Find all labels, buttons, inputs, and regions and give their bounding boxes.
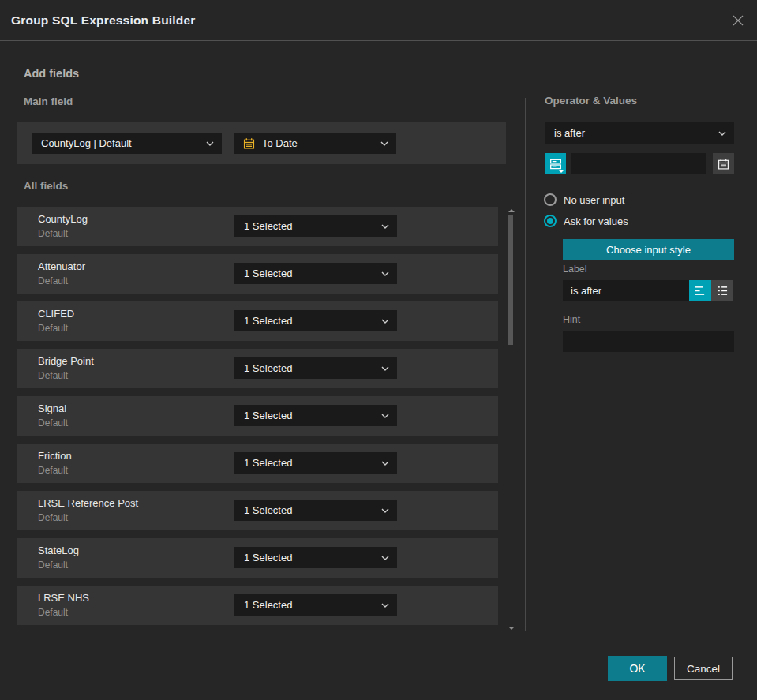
- field-values-select[interactable]: 1 Selected: [234, 452, 397, 474]
- field-values-select[interactable]: 1 Selected: [234, 263, 397, 284]
- dialog-title: Group SQL Expression Builder: [11, 0, 196, 41]
- main-field-type-select[interactable]: To Date: [234, 133, 396, 154]
- label-field-label: Label: [563, 264, 587, 275]
- hint-input[interactable]: [563, 331, 734, 352]
- single-value-input-icon[interactable]: [689, 280, 711, 301]
- field-name: CountyLog: [38, 213, 88, 225]
- calendar-icon: [243, 137, 255, 150]
- field-name: Friction: [38, 450, 72, 462]
- field-name: CLIFED: [38, 308, 74, 320]
- all-fields-label: All fields: [24, 180, 68, 192]
- field-row: Signal Default 1 Selected: [17, 396, 498, 436]
- group-sql-expression-builder-dialog: Group SQL Expression Builder Add fields …: [0, 0, 757, 700]
- hint-field-label: Hint: [563, 314, 580, 325]
- field-name: Signal: [38, 402, 66, 414]
- field-values-select[interactable]: 1 Selected: [234, 500, 397, 521]
- chevron-down-icon: [381, 414, 389, 418]
- field-row: LRSE Reference Post Default 1 Selected: [17, 491, 498, 530]
- chevron-down-icon: [381, 508, 389, 513]
- operator-select-value: is after: [554, 127, 712, 139]
- field-row: CountyLog Default 1 Selected: [17, 207, 498, 246]
- field-subtitle: Default: [38, 370, 68, 381]
- field-values-select[interactable]: 1 Selected: [234, 547, 397, 568]
- field-name: StateLog: [38, 545, 79, 556]
- field-name: LRSE NHS: [38, 592, 89, 604]
- chevron-down-icon: [206, 141, 214, 146]
- field-row: StateLog Default 1 Selected: [17, 538, 498, 578]
- field-name: Attenuator: [38, 260, 85, 272]
- radio-circle-selected-icon: [544, 215, 557, 227]
- chevron-down-icon: [381, 319, 389, 324]
- list-scrollbar[interactable]: [505, 208, 516, 631]
- field-subtitle: Default: [38, 512, 68, 523]
- cancel-button[interactable]: Cancel: [674, 657, 733, 680]
- radio-circle-icon: [544, 193, 557, 206]
- chevron-down-icon: [381, 366, 389, 371]
- ok-button[interactable]: OK: [608, 656, 667, 681]
- radio-ask-for-values[interactable]: Ask for values: [544, 215, 628, 227]
- chevron-down-icon: [381, 603, 389, 608]
- chevron-down-icon: [381, 271, 389, 276]
- main-field-select[interactable]: CountyLog | Default: [32, 133, 222, 154]
- dialog-header: Group SQL Expression Builder: [0, 0, 757, 41]
- list-values-icon[interactable]: [711, 280, 733, 301]
- field-values-select[interactable]: 1 Selected: [234, 405, 397, 426]
- field-values-select[interactable]: 1 Selected: [234, 310, 397, 331]
- chevron-down-icon: [381, 461, 389, 466]
- field-subtitle: Default: [38, 323, 68, 334]
- field-select-value: 1 Selected: [244, 268, 375, 279]
- field-values-select[interactable]: 1 Selected: [234, 357, 397, 379]
- scroll-up-arrow-icon[interactable]: [508, 209, 515, 212]
- field-values-select[interactable]: 1 Selected: [234, 594, 397, 616]
- field-select-value: 1 Selected: [244, 552, 375, 563]
- radio-no-user-input-label: No user input: [564, 194, 624, 206]
- field-select-value: 1 Selected: [244, 220, 375, 232]
- add-fields-heading: Add fields: [24, 67, 79, 80]
- main-field-panel: CountyLog | Default To Date: [17, 122, 506, 164]
- field-row: CLIFED Default 1 Selected: [17, 301, 498, 341]
- input-type-stack-icon[interactable]: [545, 153, 566, 174]
- radio-ask-for-values-label: Ask for values: [564, 215, 628, 227]
- chevron-down-icon: [380, 141, 388, 146]
- field-row: Friction Default 1 Selected: [17, 444, 498, 483]
- chevron-down-icon: [559, 170, 564, 173]
- field-select-value: 1 Selected: [244, 504, 375, 516]
- field-subtitle: Default: [38, 417, 68, 429]
- field-select-value: 1 Selected: [244, 315, 375, 327]
- choose-input-style-button[interactable]: Choose input style: [563, 239, 734, 260]
- field-row: LRSE NHS Default 1 Selected: [17, 586, 498, 625]
- all-fields-list: CountyLog Default 1 Selected Attenuator …: [17, 207, 498, 625]
- field-select-value: 1 Selected: [244, 457, 375, 469]
- value-input[interactable]: [571, 153, 706, 174]
- radio-no-user-input[interactable]: No user input: [544, 193, 624, 206]
- field-name: LRSE Reference Post: [38, 497, 138, 509]
- panel-divider: [525, 98, 526, 631]
- operator-select[interactable]: is after: [545, 122, 734, 144]
- field-subtitle: Default: [38, 228, 68, 239]
- field-select-value: 1 Selected: [244, 599, 375, 611]
- main-field-label: Main field: [24, 95, 73, 107]
- field-select-value: 1 Selected: [244, 362, 375, 374]
- field-subtitle: Default: [38, 560, 68, 571]
- label-input[interactable]: [563, 280, 689, 301]
- field-subtitle: Default: [38, 465, 68, 476]
- main-field-type-select-value: To Date: [262, 137, 374, 149]
- field-row: Bridge Point Default 1 Selected: [17, 349, 498, 388]
- field-row: Attenuator Default 1 Selected: [17, 254, 498, 294]
- field-values-select[interactable]: 1 Selected: [234, 215, 397, 237]
- scroll-down-arrow-icon[interactable]: [508, 627, 515, 630]
- calendar-picker-icon[interactable]: [713, 153, 734, 174]
- operator-values-label: Operator & Values: [545, 95, 637, 107]
- chevron-down-icon: [381, 556, 389, 560]
- field-subtitle: Default: [38, 275, 68, 286]
- field-name: Bridge Point: [38, 355, 94, 367]
- scrollbar-thumb[interactable]: [508, 215, 513, 345]
- field-subtitle: Default: [38, 607, 68, 618]
- close-icon[interactable]: [729, 13, 747, 30]
- chevron-down-icon: [718, 131, 726, 136]
- chevron-down-icon: [381, 224, 389, 229]
- main-field-select-value: CountyLog | Default: [41, 137, 200, 149]
- field-select-value: 1 Selected: [244, 410, 375, 421]
